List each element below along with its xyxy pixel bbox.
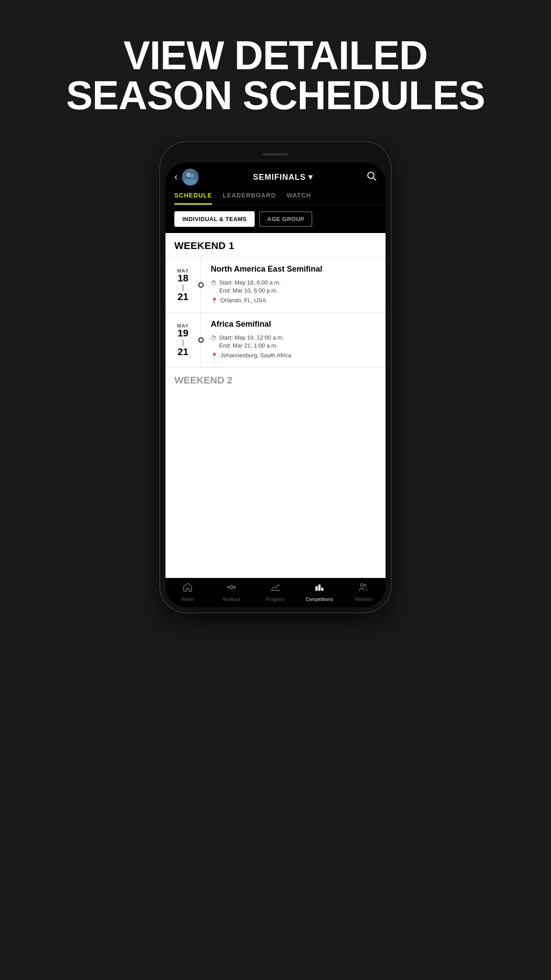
event-2-meta: ⏱ Start: May 19, 12:00 a.m. End: Mar 21,… xyxy=(211,334,378,360)
header-left: ‹ xyxy=(174,169,199,186)
svg-point-2 xyxy=(190,174,194,178)
schedule-content: WEEKEND 1 MAY 18 | 21 North America East… xyxy=(165,233,386,578)
title-text: SEMIFINALS xyxy=(253,173,306,182)
tab-leaderboard[interactable]: LEADERBOARD xyxy=(223,192,276,205)
progress-icon xyxy=(270,582,281,595)
nav-athletes[interactable]: Athletes xyxy=(342,582,386,602)
event-1-details: North America East Semifinal ⏱ Start: Ma… xyxy=(201,257,386,312)
avatar[interactable] xyxy=(182,169,199,186)
event-2-end: 21 xyxy=(177,347,188,357)
avatar-image xyxy=(182,169,199,186)
workout-icon xyxy=(226,582,237,595)
phone-camera xyxy=(285,152,288,156)
event-1-sep: | xyxy=(182,284,184,291)
weekend-1-header: WEEKEND 1 xyxy=(165,233,386,257)
phone-speaker xyxy=(263,153,285,155)
competitions-label: Competitions xyxy=(306,597,333,602)
phone-notch-bar xyxy=(165,147,386,161)
search-button[interactable] xyxy=(367,171,377,183)
svg-point-16 xyxy=(364,585,366,587)
tab-watch[interactable]: WATCH xyxy=(287,192,311,205)
svg-point-15 xyxy=(361,584,363,586)
event-2-time-row: ⏱ Start: May 19, 12:00 a.m. End: Mar 21,… xyxy=(211,334,378,350)
event-2-location-row: 📍 Johannesburg, South Africa xyxy=(211,352,378,360)
filter-bar: INDIVIDUAL & TEAMS AGE GROUP xyxy=(165,205,386,233)
athletes-icon xyxy=(358,582,369,595)
bottom-nav: Home Workout xyxy=(165,578,386,607)
event-1-time-end: End: Mar 10, 5:00 p.m. xyxy=(219,287,281,295)
home-icon xyxy=(182,582,193,595)
event-1-meta: ⏱ Start: May 18, 6:00 a.m. End: Mar 10, … xyxy=(211,279,378,305)
back-button[interactable]: ‹ xyxy=(174,171,177,183)
phone-screen: ‹ SEMIFINALS ▾ xyxy=(165,162,386,607)
athletes-label: Athletes xyxy=(355,597,372,602)
weekend-1-section: WEEKEND 1 MAY 18 | 21 North America East… xyxy=(165,233,386,368)
svg-rect-3 xyxy=(184,179,197,186)
event-2-start: 19 xyxy=(177,328,188,338)
event-1-dot xyxy=(198,282,204,288)
filter-individual-teams[interactable]: INDIVIDUAL & TEAMS xyxy=(174,211,255,227)
event-2-time-end: End: Mar 21, 1:00 a.m. xyxy=(219,342,284,350)
app-header: ‹ SEMIFINALS ▾ xyxy=(165,162,386,186)
event-2-dot xyxy=(198,337,204,343)
svg-rect-12 xyxy=(315,586,318,591)
event-2-title: Africa Semifinal xyxy=(211,320,378,329)
svg-rect-11 xyxy=(271,590,280,591)
event-1-time-text: Start: May 18, 6:00 a.m. End: Mar 10, 5:… xyxy=(219,279,281,295)
event-1-date: MAY 18 | 21 xyxy=(165,257,201,312)
event-2-sep: | xyxy=(182,339,184,346)
svg-rect-6 xyxy=(228,586,229,588)
nav-workout[interactable]: Workout xyxy=(209,582,253,602)
svg-rect-7 xyxy=(234,586,236,588)
nav-progress[interactable]: Progress xyxy=(253,582,297,602)
progress-label: Progress xyxy=(266,597,285,602)
hero-heading: VIEW DETAILED SEASON SCHEDULES xyxy=(0,0,551,142)
event-2-details: Africa Semifinal ⏱ Start: May 19, 12:00 … xyxy=(201,312,386,367)
event-1-start: 18 xyxy=(177,273,188,283)
event-1-location: Orlando, FL, USA xyxy=(220,296,266,304)
weekend-2-header: WEEKEND 2 xyxy=(174,375,377,386)
clock-icon-2: ⏱ xyxy=(211,334,216,342)
dropdown-arrow-icon[interactable]: ▾ xyxy=(308,172,313,182)
svg-line-5 xyxy=(374,178,376,180)
pin-icon-2: 📍 xyxy=(211,352,218,360)
event-2-time-start: Start: May 19, 12:00 a.m. xyxy=(219,334,284,342)
clock-icon-1: ⏱ xyxy=(211,279,216,287)
nav-home[interactable]: Home xyxy=(165,582,209,602)
event-2-date: MAY 19 | 21 xyxy=(165,312,201,367)
phone-frame: ‹ SEMIFINALS ▾ xyxy=(160,142,391,612)
weekend-2-section: WEEKEND 2 xyxy=(165,368,386,393)
home-label: Home xyxy=(181,597,194,602)
svg-rect-13 xyxy=(319,585,321,591)
event-2-location: Johannesburg, South Africa xyxy=(220,352,291,360)
event-2-time-text: Start: May 19, 12:00 a.m. End: Mar 21, 1… xyxy=(219,334,284,350)
nav-competitions[interactable]: Competitions xyxy=(298,582,342,602)
event-1-title: North America East Semifinal xyxy=(211,265,378,274)
tab-schedule[interactable]: SCHEDULE xyxy=(174,192,212,205)
event-row-2[interactable]: MAY 19 | 21 Africa Semifinal ⏱ xyxy=(165,312,386,368)
svg-rect-14 xyxy=(321,588,323,591)
workout-label: Workout xyxy=(223,597,240,602)
event-1-time-start: Start: May 18, 6:00 a.m. xyxy=(219,279,281,287)
header-title: SEMIFINALS ▾ xyxy=(253,172,313,182)
competitions-icon xyxy=(314,582,325,595)
tab-bar: SCHEDULE LEADERBOARD WATCH xyxy=(165,186,386,205)
event-1-time-row: ⏱ Start: May 18, 6:00 a.m. End: Mar 10, … xyxy=(211,279,378,295)
phone-mockup: ‹ SEMIFINALS ▾ xyxy=(160,142,391,980)
event-1-location-row: 📍 Orlando, FL, USA xyxy=(211,296,378,305)
filter-age-group[interactable]: AGE GROUP xyxy=(259,211,312,227)
event-1-end: 21 xyxy=(177,292,188,302)
svg-rect-10 xyxy=(231,585,232,589)
event-row-1[interactable]: MAY 18 | 21 North America East Semifinal… xyxy=(165,257,386,312)
pin-icon-1: 📍 xyxy=(211,297,218,305)
